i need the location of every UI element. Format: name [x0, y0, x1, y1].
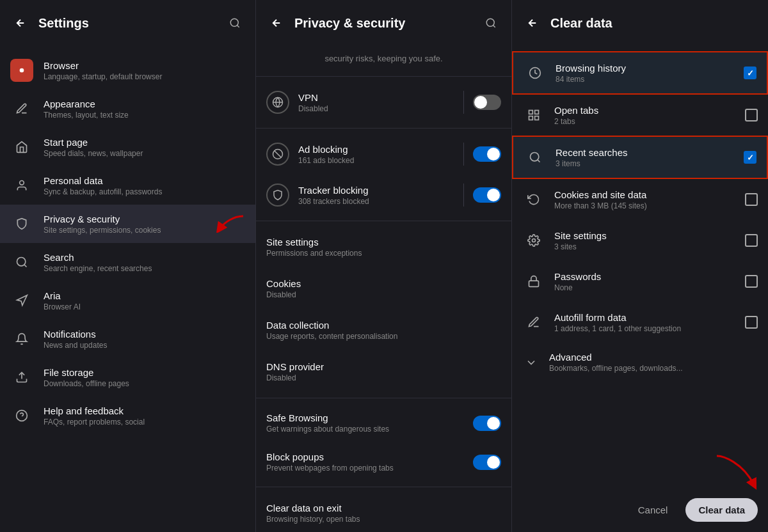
svg-point-3: [20, 181, 24, 185]
sidebar-item-personal-data[interactable]: Personal data Sync & backup, autofill, p…: [0, 166, 255, 205]
cookies-site-data-row[interactable]: Cookies and site data More than 3 MB (14…: [512, 179, 768, 220]
autofill-row[interactable]: Autofill form data 1 address, 1 card, 1 …: [512, 302, 768, 343]
divider-3: [256, 221, 511, 221]
ad-blocking-toggle[interactable]: [473, 146, 501, 162]
sidebar-item-start-page[interactable]: Start page Speed dials, news, wallpaper: [0, 128, 255, 166]
privacy-security-content: security risks, keeping you safe. VPN Di…: [256, 46, 511, 532]
autofill-icon: [522, 311, 545, 334]
cookies-label: Cookies: [266, 278, 501, 289]
browsing-history-checkbox[interactable]: [744, 66, 756, 79]
site-settings-row[interactable]: Site settings 3 sites: [512, 220, 768, 261]
passwords-checkbox[interactable]: [745, 275, 758, 288]
sidebar-item-notifications[interactable]: Notifications News and updates: [0, 320, 255, 358]
aria-sublabel: Browser AI: [44, 302, 245, 311]
block-popups-row[interactable]: Block popups Prevent webpages from openi…: [256, 442, 511, 481]
vpn-toggle[interactable]: [473, 95, 501, 110]
settings-panel: Settings Browser Language, startup, defa…: [0, 0, 256, 532]
advanced-label: Advanced: [549, 352, 758, 363]
autofill-checkbox[interactable]: [745, 316, 758, 329]
browsing-history-label: Browsing history: [556, 63, 735, 74]
privacy-security-sublabel: Site settings, permissions, cookies: [44, 226, 202, 235]
open-tabs-checkbox[interactable]: [745, 109, 758, 121]
safe-browsing-toggle[interactable]: [473, 416, 501, 431]
sidebar-item-help[interactable]: Help and feedback FAQs, report problems,…: [0, 396, 255, 435]
open-tabs-row[interactable]: Open tabs 2 tabs: [512, 95, 768, 136]
notifications-sublabel: News and updates: [44, 341, 245, 350]
clear-data-back-button[interactable]: [522, 13, 543, 33]
help-label: Help and feedback: [44, 405, 245, 416]
recent-searches-row[interactable]: Recent searches 3 items: [512, 136, 768, 179]
svg-rect-21: [529, 281, 539, 286]
clear-data-title: Clear data: [550, 16, 758, 31]
block-popups-label: Block popups: [266, 451, 464, 462]
dns-provider-sublabel: Disabled: [266, 373, 501, 382]
clear-data-footer: Cancel Clear data: [512, 488, 768, 532]
cancel-button[interactable]: Cancel: [630, 499, 676, 520]
sidebar-item-browser[interactable]: Browser Language, startup, default brows…: [0, 51, 255, 90]
clear-data-header: Clear data: [512, 0, 768, 46]
clear-data-button[interactable]: Clear data: [685, 498, 758, 522]
cookies-site-data-icon: [522, 188, 545, 211]
vpn-sublabel: Disabled: [298, 104, 454, 113]
ad-blocking-separator: [463, 143, 464, 166]
appearance-icon: [10, 97, 33, 120]
divider-4: [256, 398, 511, 398]
site-settings-nav-row[interactable]: Site settings Permissions and exceptions: [256, 226, 511, 268]
safe-browsing-row[interactable]: Safe Browsing Get warnings about dangero…: [256, 403, 511, 442]
browsing-history-sublabel: 84 items: [556, 75, 735, 84]
cookies-nav-row[interactable]: Cookies Disabled: [256, 268, 511, 309]
sidebar-item-search[interactable]: Search Search engine, recent searches: [0, 243, 255, 281]
sidebar-item-aria[interactable]: Aria Browser AI: [0, 281, 255, 320]
sidebar-item-privacy-security[interactable]: Privacy & security Site settings, permis…: [0, 205, 255, 243]
privacy-intro-text: security risks, keeping you safe.: [256, 51, 511, 71]
help-sublabel: FAQs, report problems, social: [44, 418, 245, 426]
recent-searches-checkbox[interactable]: [744, 151, 756, 164]
dns-provider-label: DNS provider: [266, 361, 501, 372]
site-settings-cd-label: Site settings: [554, 230, 736, 241]
advanced-sublabel: Bookmarks, offline pages, downloads...: [549, 364, 758, 373]
privacy-arrow-icon: [214, 212, 245, 235]
autofill-label: Autofill form data: [554, 312, 736, 323]
site-settings-cd-sublabel: 3 sites: [554, 242, 736, 251]
clear-data-on-exit-sublabel: Browsing history, open tabs: [266, 515, 501, 524]
ad-blocking-row[interactable]: Ad blocking 161 ads blocked: [256, 134, 511, 175]
settings-title: Settings: [38, 16, 217, 31]
privacy-security-panel: Privacy & security security risks, keepi…: [256, 0, 512, 532]
file-storage-icon: [10, 366, 33, 389]
ad-blocking-icon: [266, 143, 289, 166]
settings-search-button[interactable]: [225, 13, 245, 33]
svg-point-4: [17, 258, 26, 266]
sidebar-item-appearance[interactable]: Appearance Themes, layout, text size: [0, 90, 255, 128]
clear-data-on-exit-row[interactable]: Clear data on exit Browsing history, ope…: [256, 492, 511, 532]
browsing-history-row[interactable]: Browsing history 84 items: [512, 51, 768, 95]
data-collection-nav-row[interactable]: Data collection Usage reports, content p…: [256, 309, 511, 351]
passwords-row[interactable]: Passwords None: [512, 261, 768, 302]
privacy-back-button[interactable]: [266, 13, 287, 33]
svg-point-20: [532, 239, 536, 242]
site-settings-checkbox[interactable]: [745, 234, 758, 247]
personal-data-label: Personal data: [44, 175, 245, 186]
tracker-blocking-sublabel: 308 trackers blocked: [298, 197, 454, 206]
clear-data-list: Browsing history 84 items Open tabs 2 ta…: [512, 46, 768, 532]
block-popups-toggle[interactable]: [473, 455, 501, 470]
tracker-blocking-toggle[interactable]: [473, 187, 501, 203]
privacy-search-button[interactable]: [481, 13, 501, 33]
sidebar-item-file-storage[interactable]: File storage Downloads, offline pages: [0, 358, 255, 396]
aria-label: Aria: [44, 290, 245, 301]
advanced-row[interactable]: Advanced Bookmarks, offline pages, downl…: [512, 343, 768, 382]
dns-provider-nav-row[interactable]: DNS provider Disabled: [256, 351, 511, 393]
personal-data-icon: [10, 174, 33, 197]
vpn-row[interactable]: VPN Disabled: [256, 82, 511, 123]
cookies-site-data-checkbox[interactable]: [745, 193, 758, 206]
divider-1: [256, 76, 511, 77]
search-label: Search: [44, 252, 245, 263]
site-settings-label: Site settings: [266, 237, 501, 247]
passwords-label: Passwords: [554, 271, 736, 282]
safe-browsing-label: Safe Browsing: [266, 412, 464, 423]
file-storage-label: File storage: [44, 367, 245, 378]
cookies-site-data-label: Cookies and site data: [554, 189, 736, 200]
svg-rect-17: [535, 116, 539, 120]
settings-back-button[interactable]: [10, 13, 31, 33]
tracker-blocking-row[interactable]: Tracker blocking 308 trackers blocked: [256, 175, 511, 215]
search-icon: [10, 251, 33, 274]
